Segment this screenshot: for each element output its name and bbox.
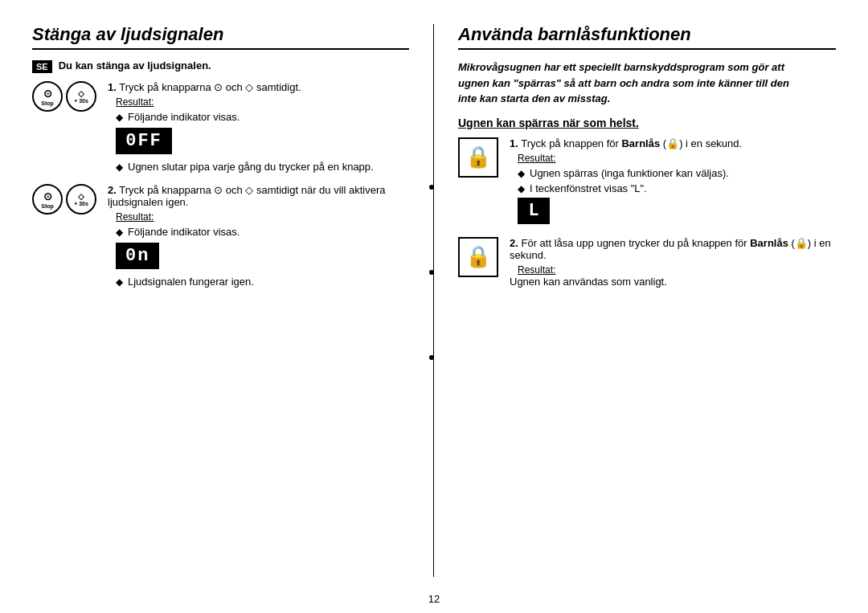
lock-step1-number: 1. xyxy=(510,137,518,149)
se-badge: SE xyxy=(32,60,52,73)
lock-step1-text-before: Tryck på knappen för xyxy=(521,137,621,149)
plus30-icon2: ◇ xyxy=(78,192,84,201)
lock-step1-text-after: (🔒) i en sekund. xyxy=(660,137,742,149)
stop-icon2: ⊙ xyxy=(43,190,52,202)
step1-content: 1. Tryck på knapparna ⊙ och ◇ samtidigt.… xyxy=(108,81,409,173)
right-section: Använda barnlåsfunktionen Mikrovågsugnen… xyxy=(434,24,836,577)
stop-label: Stop xyxy=(41,100,54,106)
right-title: Använda barnlåsfunktionen xyxy=(458,24,836,50)
page-number: 12 xyxy=(0,593,868,613)
stop-button2[interactable]: ⊙ Stop xyxy=(32,184,63,215)
step1-row: ⊙ Stop ◇ + 30s 1. T xyxy=(32,81,409,173)
lock-step1-result-label: Resultat: xyxy=(518,153,836,164)
right-subsection: Ugnen kan spärras när som helst. xyxy=(458,116,836,129)
center-dot2 xyxy=(429,270,434,275)
lock-symbol2: 🔒 xyxy=(465,244,491,269)
lock-step1-display: L xyxy=(518,198,550,224)
right-intro-line2: ugnen kan "spärras" så att barn och andr… xyxy=(458,77,789,89)
step1-number: 1. xyxy=(108,81,117,93)
lock-step1-row: 🔒 1. Tryck på knappen för Barnlås (🔒) i … xyxy=(458,137,836,226)
lock-step1-bullet1-text: Ugnen spärras (inga funktioner kan välja… xyxy=(530,167,729,179)
plus30-button2[interactable]: ◇ + 30s xyxy=(66,184,96,215)
lock-step2-content: 2. För att låsa upp ugnen trycker du på … xyxy=(510,237,836,288)
lock-bullet2-icon: ◆ xyxy=(518,183,525,194)
step1-text: Tryck på knapparna ⊙ och ◇ samtidigt. xyxy=(119,81,301,93)
step2-number: 2. xyxy=(108,184,117,196)
lock-icon1: 🔒 xyxy=(458,137,498,178)
center-dots xyxy=(429,185,434,360)
lock-symbol1: 🔒 xyxy=(465,145,491,170)
bullet-diamond3-icon: ◆ xyxy=(116,227,123,238)
se-intro: Du kan stänga av ljudsignalen. xyxy=(59,59,211,72)
bullet-diamond2-icon: ◆ xyxy=(116,161,123,173)
step1-bullet1-text: Följande indikator visas. xyxy=(128,111,240,123)
bullet-diamond4-icon: ◆ xyxy=(116,276,123,288)
step2-bullet2-text: Ljudsignalen fungerar igen. xyxy=(128,276,254,288)
lock-step2-number: 2. xyxy=(510,237,518,249)
lock-step2-result-text: Ugnen kan användas som vanligt. xyxy=(510,276,667,288)
lock-bullet1-icon: ◆ xyxy=(518,168,525,179)
step2-row: ⊙ Stop ◇ + 30s 2. T xyxy=(32,184,409,288)
step1-buttons: ⊙ Stop ◇ + 30s xyxy=(32,81,96,112)
step2-display: 0n xyxy=(116,243,159,269)
step2-bullet2: ◆ Ljudsignalen fungerar igen. xyxy=(116,276,409,288)
page-num-text: 12 xyxy=(428,593,440,605)
left-section: Stänga av ljudsignalen SE Du kan stänga … xyxy=(32,24,434,577)
stop-icon: ⊙ xyxy=(43,88,52,100)
step2-content: 2. Tryck på knapparna ⊙ och ◇ samtidigt … xyxy=(108,184,409,288)
lock-step1-content: 1. Tryck på knappen för Barnlås (🔒) i en… xyxy=(510,137,836,226)
step2-bullet1-text: Följande indikator visas. xyxy=(128,226,240,238)
lock-step1-bullet2: ◆ I teckenfönstret visas "L". xyxy=(518,182,836,194)
center-dot1 xyxy=(429,185,434,190)
step2-buttons: ⊙ Stop ◇ + 30s xyxy=(32,184,96,215)
se-badge-row: SE Du kan stänga av ljudsignalen. xyxy=(32,59,409,73)
stop-button[interactable]: ⊙ Stop xyxy=(32,81,63,112)
center-dot3 xyxy=(429,355,434,360)
right-intro: Mikrovågsugnen har ett speciellt barnsky… xyxy=(458,59,836,107)
lock-step2-text-before: För att låsa upp ugnen trycker du på kna… xyxy=(521,237,750,249)
step1-bullet2: ◆ Ugnen slutar pipa varje gång du trycke… xyxy=(116,161,409,173)
lock-step1-bullet1: ◆ Ugnen spärras (inga funktioner kan väl… xyxy=(518,167,836,179)
right-intro-line3: inte kan starta den av misstag. xyxy=(458,92,610,104)
step1-display: 0FF xyxy=(116,128,172,154)
lock-step2-bold: Barnlås xyxy=(750,237,788,249)
plus30-label2: + 30s xyxy=(74,201,88,206)
left-title: Stänga av ljudsignalen xyxy=(32,24,409,50)
step2-bullet1: ◆ Följande indikator visas. xyxy=(116,226,409,238)
lock-icon2: 🔒 xyxy=(458,237,498,277)
lock-step2-row: 🔒 2. För att låsa upp ugnen trycker du p… xyxy=(458,237,836,288)
bullet-diamond-icon: ◆ xyxy=(116,112,123,123)
step1-bullet1: ◆ Följande indikator visas. xyxy=(116,111,409,123)
step2-text: Tryck på knapparna ⊙ och ◇ samtidigt när… xyxy=(108,184,385,208)
plus30-button[interactable]: ◇ + 30s xyxy=(66,81,96,112)
right-intro-line1: Mikrovågsugnen har ett speciellt barnsky… xyxy=(458,61,784,73)
step1-result-label: Resultat: xyxy=(116,96,409,108)
lock-step2-result-label: Resultat: xyxy=(518,264,836,276)
lock-step1-bullet2-text: I teckenfönstret visas "L". xyxy=(530,182,647,194)
page: Stänga av ljudsignalen SE Du kan stänga … xyxy=(0,0,868,613)
step2-result-label: Resultat: xyxy=(116,211,409,223)
step1-bullet2-text: Ugnen slutar pipa varje gång du trycker … xyxy=(128,161,374,173)
stop-label2: Stop xyxy=(41,203,54,209)
lock-step1-bold: Barnlås xyxy=(621,137,660,149)
plus30-label: + 30s xyxy=(74,98,88,104)
plus30-icon: ◇ xyxy=(78,89,84,98)
